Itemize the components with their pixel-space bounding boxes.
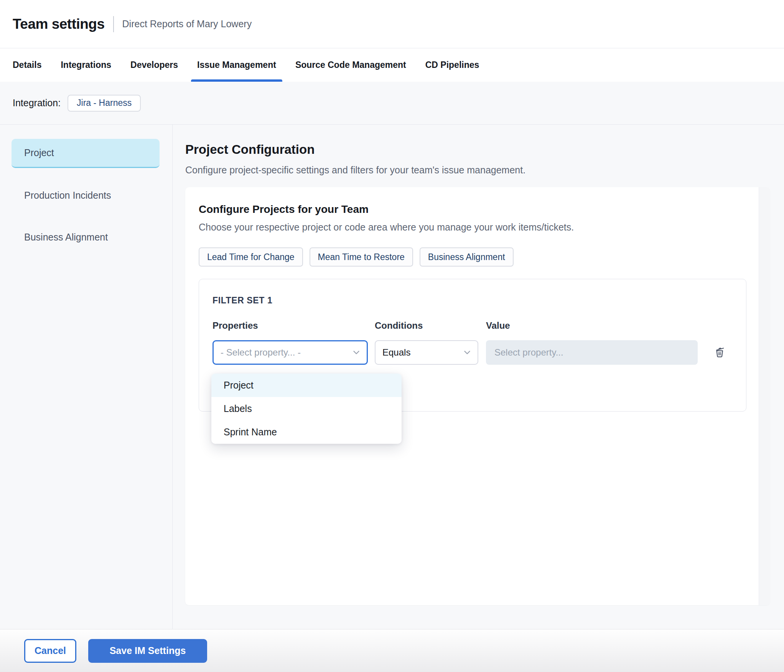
save-im-settings-button[interactable]: Save IM Settings bbox=[88, 639, 207, 663]
property-select[interactable]: - Select property... - bbox=[212, 340, 368, 365]
value-label: Value bbox=[486, 320, 698, 331]
chip-business-alignment[interactable]: Business Alignment bbox=[420, 247, 514, 267]
integration-chip[interactable]: Jira - Harness bbox=[68, 95, 141, 112]
sidebar-item-project[interactable]: Project bbox=[12, 139, 160, 168]
tab-cd-pipelines[interactable]: CD Pipelines bbox=[419, 48, 486, 82]
section-title: Project Configuration bbox=[185, 142, 770, 157]
tab-issue-management[interactable]: Issue Management bbox=[191, 48, 282, 82]
chip-mean-time-to-restore[interactable]: Mean Time to Restore bbox=[310, 247, 413, 267]
tab-developers[interactable]: Developers bbox=[124, 48, 184, 82]
page-header: Team settings Direct Reports of Mary Low… bbox=[0, 0, 784, 48]
conditions-column: Conditions Equals bbox=[375, 320, 478, 365]
content-area: Project Production Incidents Business Al… bbox=[0, 125, 784, 629]
configure-projects-card: Configure Projects for your Team Choose … bbox=[185, 187, 770, 605]
settings-sidebar: Project Production Incidents Business Al… bbox=[0, 125, 173, 629]
delete-filter-button[interactable] bbox=[713, 340, 727, 365]
main-panel: Project Configuration Configure project-… bbox=[173, 125, 784, 629]
tab-bar: Details Integrations Developers Issue Ma… bbox=[0, 48, 784, 82]
trash-icon bbox=[713, 345, 727, 360]
conditions-label: Conditions bbox=[375, 320, 478, 331]
property-select-value: - Select property... - bbox=[221, 347, 301, 358]
tab-integrations[interactable]: Integrations bbox=[54, 48, 117, 82]
filter-set-1: FILTER SET 1 Properties - Select propert… bbox=[199, 279, 746, 412]
tab-details[interactable]: Details bbox=[7, 48, 48, 82]
properties-column: Properties - Select property... - bbox=[212, 320, 368, 365]
filter-row: Properties - Select property... - Condit… bbox=[212, 320, 733, 365]
sidebar-item-production-incidents[interactable]: Production Incidents bbox=[12, 181, 160, 210]
sidebar-item-business-alignment[interactable]: Business Alignment bbox=[12, 222, 160, 252]
integration-label: Integration: bbox=[13, 97, 61, 109]
dropdown-option-sprint-name[interactable]: Sprint Name bbox=[211, 420, 402, 444]
section-description: Configure project-specific settings and … bbox=[185, 165, 770, 176]
chip-lead-time-for-change[interactable]: Lead Time for Change bbox=[199, 247, 303, 267]
filter-set-title: FILTER SET 1 bbox=[212, 295, 733, 306]
chevron-down-icon bbox=[351, 348, 361, 357]
dropdown-option-project[interactable]: Project bbox=[211, 374, 402, 397]
page-subtitle: Direct Reports of Mary Lowery bbox=[122, 18, 252, 30]
tab-source-code-management[interactable]: Source Code Management bbox=[289, 48, 412, 82]
cancel-button[interactable]: Cancel bbox=[24, 639, 76, 663]
integration-row: Integration: Jira - Harness bbox=[0, 82, 784, 125]
value-input[interactable] bbox=[486, 340, 698, 365]
card-title: Configure Projects for your Team bbox=[199, 203, 757, 216]
condition-select[interactable]: Equals bbox=[375, 340, 478, 365]
team-settings-page: Team settings Direct Reports of Mary Low… bbox=[0, 0, 784, 672]
dropdown-option-labels[interactable]: Labels bbox=[211, 397, 402, 420]
page-title: Team settings bbox=[13, 16, 105, 32]
chevron-down-icon bbox=[462, 348, 472, 357]
card-scrollbar-track[interactable] bbox=[759, 187, 770, 605]
card-description: Choose your respective project or code a… bbox=[199, 222, 757, 233]
title-divider bbox=[113, 16, 114, 32]
property-dropdown: Project Labels Sprint Name bbox=[211, 374, 402, 444]
properties-label: Properties bbox=[212, 320, 368, 331]
metric-chips: Lead Time for Change Mean Time to Restor… bbox=[199, 247, 757, 267]
footer-actions: Cancel Save IM Settings bbox=[0, 629, 784, 672]
condition-select-value: Equals bbox=[382, 347, 410, 358]
value-column: Value bbox=[486, 320, 698, 365]
